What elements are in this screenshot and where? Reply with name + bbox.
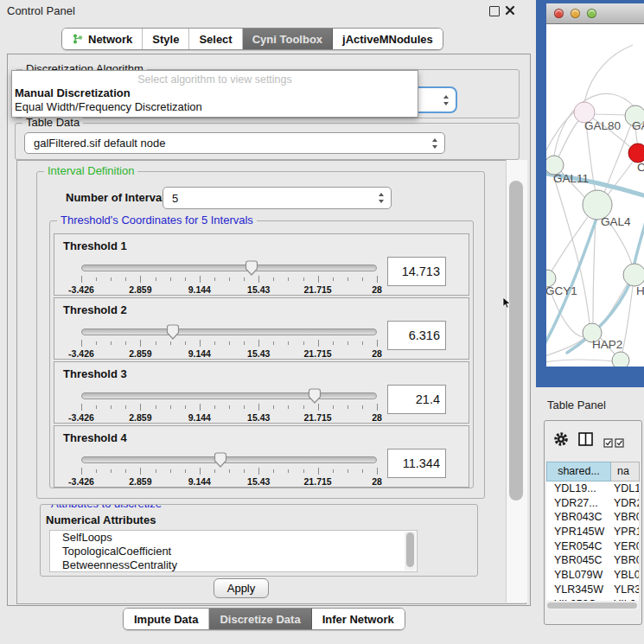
gear-icon[interactable] (553, 431, 569, 450)
network-window-titlebar[interactable] (546, 3, 644, 24)
node-label: GAL4 (601, 215, 631, 228)
popup-option-equal-width[interactable]: Equal Width/Frequency Discretization (12, 100, 418, 114)
table-row[interactable]: YDR27...YDR2 (546, 496, 639, 511)
close-traffic-light-icon[interactable] (554, 9, 564, 18)
threshold-value-field[interactable]: 14.713 (387, 257, 446, 286)
panel-title: Control Panel (7, 4, 75, 17)
list-item[interactable]: TopologicalCoefficient (50, 545, 417, 558)
slider-track[interactable] (81, 328, 377, 335)
tab-discretize-data[interactable]: Discretize Data (209, 609, 311, 629)
vertical-scrollbar[interactable] (506, 160, 527, 603)
table-row[interactable]: YDL19...YDL1 (546, 481, 639, 496)
combo-value: galFiltered.sif default node (34, 137, 165, 150)
slider-handle[interactable] (214, 452, 227, 468)
spinner-icon[interactable] (443, 94, 450, 106)
tab-select[interactable]: Select (189, 29, 242, 49)
slider-handle[interactable] (245, 260, 258, 276)
list-item[interactable]: BetweennessCentrality (50, 558, 417, 572)
cell: YIL052C (546, 597, 609, 602)
threshold-slider[interactable]: -3.4262.8599.14415.4321.71528 (81, 260, 377, 295)
threshold-row: Threshold 4 -3.4262.8599.14415.4321.7152… (54, 425, 469, 488)
scrollbar-thumb[interactable] (547, 603, 637, 609)
popup-hint: Select algorithm to view settings (12, 73, 418, 86)
slider-track[interactable] (81, 456, 377, 463)
tab-impute-data[interactable]: Impute Data (124, 609, 209, 629)
cell: YLR345W (546, 583, 609, 597)
table-row[interactable]: YPR145WYPR1 (546, 525, 639, 539)
mouse-cursor (502, 297, 512, 309)
columns-icon[interactable] (578, 432, 593, 450)
node-label: GAL11 (553, 172, 589, 185)
threshold-label: Threshold 4 (63, 431, 127, 444)
threshold-slider[interactable]: -3.4262.8599.14415.4321.71528 (81, 452, 377, 487)
slider-handle[interactable] (166, 324, 180, 340)
spinner-icon[interactable] (431, 137, 438, 150)
threshold-slider[interactable]: -3.4262.8599.14415.4321.71528 (81, 324, 377, 359)
cell: YLR3 (609, 583, 639, 596)
tab-label: Discretize Data (220, 613, 300, 626)
tab-cyni-toolbox[interactable]: Cyni Toolbox (243, 29, 333, 49)
scrollbar-thumb[interactable] (406, 532, 414, 567)
close-icon[interactable] (505, 4, 515, 16)
cyni-toolbox-panel: Discretization Algorithm Table Data galF… (7, 54, 531, 606)
node-red-selected[interactable] (628, 143, 644, 163)
table-row[interactable]: YER054CYER0 (546, 539, 639, 554)
list-scrollbar[interactable] (405, 532, 416, 571)
tab-jactivemnodules[interactable]: jActiveMNodules (333, 29, 443, 49)
scrollbar-thumb[interactable] (509, 181, 523, 501)
column-header-name[interactable]: na (611, 462, 640, 481)
tab-style[interactable]: Style (143, 29, 189, 49)
slider-ticks (81, 404, 377, 411)
table-panel-title: Table Panel (547, 399, 606, 411)
threshold-value-field[interactable]: 6.316 (387, 321, 446, 350)
node-label: C (637, 161, 644, 174)
cell: YDL19... (546, 481, 609, 496)
slider-ticks (81, 276, 377, 284)
column-header-shared-name[interactable]: shared... (546, 462, 611, 481)
checkbox-icon[interactable] (603, 436, 626, 451)
table-row[interactable]: YBR043CYBR0 (546, 510, 639, 525)
cell: YBR045C (546, 553, 609, 568)
attributes-group: Attributes to discretize Numerical Attri… (40, 504, 478, 577)
float-icon[interactable] (489, 6, 500, 16)
tab-label: Select (199, 33, 232, 46)
spinner-icon[interactable] (378, 192, 385, 204)
cell: YER0 (609, 540, 639, 552)
network-view[interactable]: GAL80 GA C GAL11 GAL4 GCY1 H HAP2 (546, 24, 644, 367)
slider-ticks (81, 340, 377, 348)
bottom-tabs: Impute Data Discretize Data Infer Networ… (123, 608, 405, 630)
list-item[interactable]: SelfLoops (50, 531, 417, 545)
horizontal-scrollbar[interactable] (546, 602, 639, 609)
table-row[interactable]: YBL079WYBL0 (546, 568, 639, 583)
cell: YBL079W (546, 568, 609, 583)
table-row[interactable]: YBR045CYBR0 (546, 553, 639, 568)
slider-handle[interactable] (308, 388, 322, 404)
minimize-traffic-light-icon[interactable] (571, 9, 580, 18)
attributes-list[interactable]: SelfLoops TopologicalCoefficient Between… (49, 530, 418, 572)
zoom-traffic-light-icon[interactable] (587, 9, 596, 18)
threshold-value-field[interactable]: 11.344 (387, 449, 446, 478)
control-panel-titlebar[interactable]: Control Panel (0, 0, 536, 22)
settings-scroll-area: Interval Definition Number of Intervals … (16, 160, 526, 604)
group-title: Threshold's Coordinates for 5 Intervals (57, 214, 257, 226)
table-row[interactable]: YLR345WYLR3 (546, 583, 639, 597)
tab-label: Impute Data (134, 613, 198, 626)
table-data-combobox[interactable]: galFiltered.sif default node (24, 132, 445, 154)
thresholds-group: Threshold's Coordinates for 5 Intervals … (49, 220, 474, 488)
slider-track[interactable] (81, 265, 377, 271)
threshold-slider[interactable]: -3.4262.8599.14415.4321.71528 (81, 388, 377, 423)
tab-infer-network[interactable]: Infer Network (312, 609, 405, 629)
threshold-value-field[interactable]: 21.4 (387, 385, 446, 414)
tab-network[interactable]: Network (62, 29, 143, 49)
node-partial[interactable] (612, 352, 629, 367)
node-label: GCY1 (546, 284, 577, 297)
cell: YDL1 (609, 482, 639, 494)
table-row[interactable]: YIL052CYIL0 (546, 597, 639, 602)
popup-option-manual[interactable]: Manual Discretization (12, 86, 418, 100)
table-panel: shared... na YDL19...YDL1 YDR27...YDR2 Y… (544, 420, 642, 625)
slider-track[interactable] (81, 392, 377, 399)
num-intervals-combobox[interactable]: 5 (163, 187, 392, 209)
node-h[interactable] (623, 264, 644, 286)
apply-button[interactable]: Apply (214, 578, 269, 598)
num-intervals-label: Number of Intervals (66, 191, 171, 204)
